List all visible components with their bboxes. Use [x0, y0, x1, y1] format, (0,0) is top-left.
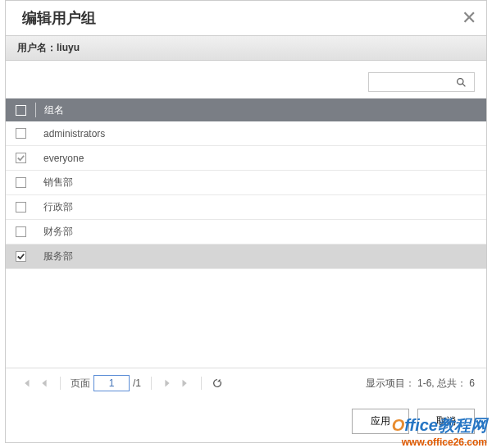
table-row[interactable]: everyone — [6, 146, 486, 171]
row-checkbox[interactable] — [16, 177, 26, 188]
next-page-icon[interactable] — [158, 377, 176, 389]
close-icon[interactable]: ✕ — [462, 7, 476, 29]
pager-sep-3 — [201, 377, 202, 390]
prev-page-icon[interactable] — [35, 377, 53, 389]
page-label: 页面 — [71, 377, 90, 391]
refresh-icon[interactable] — [208, 377, 226, 389]
table-row[interactable]: 销售部 — [6, 171, 486, 195]
search-box — [368, 72, 475, 92]
pager-sep — [60, 377, 61, 390]
display-info: 显示项目： 1-6, 总共： 6 — [366, 377, 475, 391]
group-name: 销售部 — [35, 176, 486, 190]
group-name: 行政部 — [35, 200, 486, 214]
table-header: 组名 — [6, 98, 486, 121]
dialog-title: 编辑用户组 — [22, 8, 96, 28]
first-page-icon[interactable] — [17, 377, 35, 389]
dialog-header: 编辑用户组 ✕ — [6, 1, 486, 35]
search-input[interactable] — [369, 76, 451, 88]
row-checkbox[interactable] — [16, 202, 26, 213]
table-row[interactable]: 财务部 — [6, 220, 486, 245]
apply-button[interactable]: 应用 — [352, 409, 409, 434]
group-name: everyone — [35, 153, 486, 164]
pager-sep-2 — [151, 377, 152, 390]
select-all-checkbox[interactable] — [16, 105, 26, 116]
page-input[interactable] — [93, 375, 130, 391]
table-row[interactable]: 行政部 — [6, 195, 486, 220]
pager: 页面 /1 显示项目： 1-6, 总共： 6 — [6, 368, 486, 398]
page-total: /1 — [133, 377, 141, 389]
search-row — [6, 61, 486, 98]
dialog-footer: 应用 取消 — [352, 409, 475, 434]
table-row[interactable]: administrators — [6, 121, 486, 146]
username-bar: 用户名：liuyu — [6, 35, 486, 61]
group-name: administrators — [35, 128, 486, 139]
svg-point-0 — [457, 79, 462, 85]
row-checkbox[interactable] — [16, 153, 26, 163]
username-label: 用户名： — [17, 42, 57, 53]
group-name: 财务部 — [35, 225, 486, 239]
table-body: administratorseveryone销售部行政部财务部服务部 — [6, 121, 486, 269]
table-row[interactable]: 服务部 — [6, 245, 486, 269]
row-checkbox[interactable] — [16, 226, 26, 237]
last-page-icon[interactable] — [176, 377, 194, 389]
group-name: 服务部 — [35, 249, 486, 263]
row-checkbox[interactable] — [16, 128, 26, 139]
column-header-group[interactable]: 组名 — [36, 103, 486, 117]
search-icon[interactable] — [451, 75, 471, 89]
cancel-button[interactable]: 取消 — [417, 409, 475, 434]
dialog: 编辑用户组 ✕ 用户名：liuyu 组名 administratorsevery… — [5, 0, 487, 443]
row-checkbox[interactable] — [16, 251, 26, 262]
username-value: liuyu — [57, 42, 80, 53]
svg-line-1 — [462, 84, 465, 86]
